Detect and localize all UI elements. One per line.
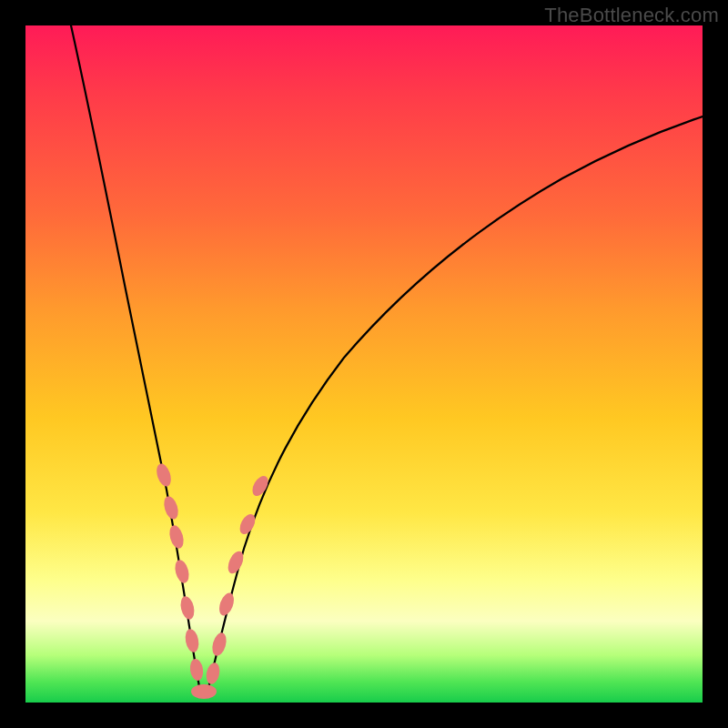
marker-dot bbox=[167, 524, 187, 551]
marker-dot-bottom bbox=[191, 684, 217, 699]
marker-dot bbox=[173, 559, 191, 585]
marker-group bbox=[154, 461, 271, 699]
marker-dot bbox=[178, 595, 196, 621]
curve-layer bbox=[25, 25, 703, 703]
bottleneck-curve-right bbox=[207, 116, 703, 692]
marker-dot bbox=[188, 658, 204, 682]
bottleneck-curve-left bbox=[71, 25, 200, 692]
chart-frame: TheBottleneck.com bbox=[0, 0, 728, 728]
marker-dot bbox=[217, 591, 237, 617]
marker-dot bbox=[205, 662, 222, 685]
marker-dot bbox=[184, 628, 201, 653]
marker-dot bbox=[210, 632, 229, 658]
plot-area bbox=[25, 25, 703, 703]
marker-dot bbox=[162, 495, 181, 521]
watermark-text: TheBottleneck.com bbox=[544, 4, 719, 27]
marker-dot bbox=[154, 461, 173, 488]
